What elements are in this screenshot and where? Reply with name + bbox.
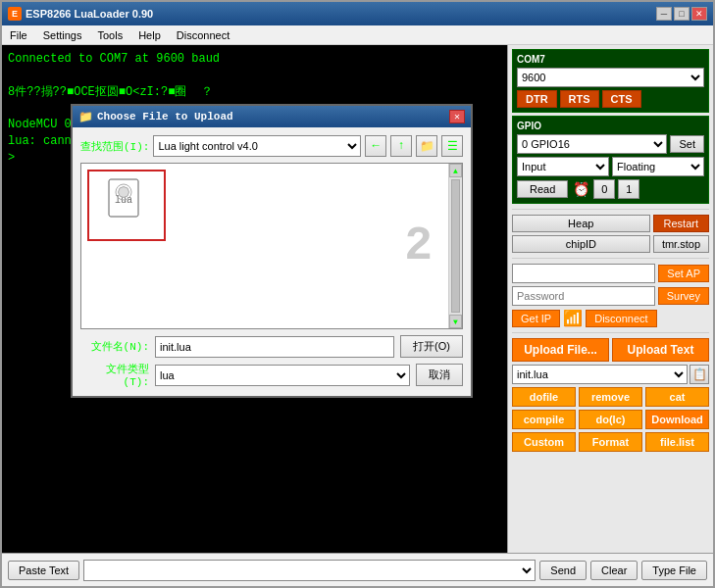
filelist-button[interactable]: file.list	[645, 432, 709, 452]
scroll-down-button[interactable]: ▼	[449, 315, 462, 328]
gpio-read-button[interactable]: Read	[517, 180, 568, 198]
file-icon: lua	[103, 175, 150, 222]
cts-button[interactable]: CTS	[602, 90, 641, 108]
menu-disconnect[interactable]: Disconnect	[173, 28, 233, 42]
up-folder-button[interactable]: ↑	[390, 135, 412, 157]
view-button[interactable]: ☰	[441, 135, 463, 157]
dialog-overlay: 📁 Choose File to Upload ✕ 查找范围(I): Lua l…	[2, 45, 507, 553]
file-selector-row: init.lua 📋	[512, 365, 709, 384]
dialog-title-bar: 📁 Choose File to Upload ✕	[73, 106, 471, 127]
getip-button[interactable]: Get IP	[512, 310, 560, 327]
tmrstop-button[interactable]: tmr.stop	[653, 235, 709, 253]
clear-button[interactable]: Clear	[590, 561, 638, 580]
com-label: COM7	[517, 54, 545, 65]
lua-file-select[interactable]: init.lua	[512, 365, 688, 384]
baud-select[interactable]: 9600	[517, 68, 704, 87]
terminal-area[interactable]: Connected to COM7 at 9600 baud 8件??搨??■O…	[2, 45, 507, 553]
file-browser-area[interactable]: lua init.lua 2 ▲	[80, 163, 463, 329]
back-button[interactable]: ←	[365, 135, 386, 157]
divider-3	[512, 332, 709, 333]
upload-text-button[interactable]: Upload Text	[612, 338, 709, 362]
menu-tools[interactable]: Tools	[93, 28, 127, 42]
gpio-read-row: Read ⏰ 0 1	[517, 179, 704, 199]
dialog-fields: 文件名(N): 打开(O) 文件类型(T): lua 取消	[80, 335, 463, 388]
remove-button[interactable]: remove	[579, 387, 642, 407]
file-list: lua init.lua	[81, 164, 448, 328]
main-content: Connected to COM7 at 9600 baud 8件??搨??■O…	[2, 45, 713, 553]
gpio-0-button[interactable]: 0	[593, 179, 615, 199]
password-row: Survey	[512, 286, 709, 306]
file-count-badge: 2	[404, 220, 433, 272]
title-controls: ─ □ ✕	[656, 7, 707, 21]
survey-button[interactable]: Survey	[658, 287, 709, 305]
location-select[interactable]: Lua light control v4.0	[153, 135, 361, 157]
filetype-select[interactable]: lua	[155, 365, 410, 386]
file-icon-button[interactable]: 📋	[689, 365, 709, 384]
send-button[interactable]: Send	[539, 561, 587, 580]
file-item-init-lua[interactable]: lua init.lua	[87, 170, 166, 241]
wifi-disconnect-button[interactable]: Disconnect	[586, 310, 656, 327]
create-folder-button[interactable]: 📁	[416, 135, 437, 157]
scroll-up-button[interactable]: ▲	[449, 164, 462, 177]
paste-input[interactable]	[83, 560, 536, 581]
gpio-section: GPIO 0 GPIO16 Set Input Floating	[512, 116, 709, 204]
paste-text-button[interactable]: Paste Text	[8, 561, 79, 580]
scroll-thumb[interactable]	[451, 179, 460, 313]
gpio-1-button[interactable]: 1	[618, 179, 639, 199]
setap-button[interactable]: Set AP	[658, 265, 709, 282]
title-bar: E ESP8266 LuaLoader 0.90 ─ □ ✕	[2, 2, 713, 25]
ap-row: Set AP	[512, 264, 709, 283]
gpio-pin-select[interactable]: 0 GPIO16	[517, 134, 667, 154]
com-row: COM7	[517, 54, 704, 65]
gpio-float-select[interactable]: Floating	[612, 157, 704, 176]
open-button[interactable]: 打开(O)	[400, 335, 463, 358]
action-row-3: Custom Format file.list	[512, 432, 709, 452]
compile-button[interactable]: compile	[512, 410, 576, 429]
restart-button[interactable]: Restart	[653, 215, 709, 232]
dialog-toolbar: 查找范围(I): Lua light control v4.0 ← ↑ 📁 ☰	[80, 135, 463, 157]
type-file-button[interactable]: Type File	[641, 561, 707, 580]
chipid-button[interactable]: chipID	[512, 235, 650, 253]
window-title: ESP8266 LuaLoader 0.90	[26, 8, 153, 20]
download-button[interactable]: Download	[645, 410, 709, 429]
menu-bar: File Settings Tools Help Disconnect	[2, 25, 713, 45]
ap-input[interactable]	[512, 264, 655, 283]
wifi-icon: 📶	[563, 309, 583, 327]
filename-input[interactable]	[155, 336, 394, 358]
minimize-button[interactable]: ─	[656, 7, 672, 21]
menu-file[interactable]: File	[6, 28, 31, 42]
heap-restart-row: Heap Restart	[512, 215, 709, 232]
scrollbar[interactable]: ▲ ▼	[448, 164, 462, 328]
password-input[interactable]	[512, 286, 655, 306]
dialog-close-button[interactable]: ✕	[449, 110, 465, 123]
heap-button[interactable]: Heap	[512, 215, 650, 232]
cat-button[interactable]: cat	[645, 387, 709, 407]
title-bar-left: E ESP8266 LuaLoader 0.90	[8, 7, 153, 21]
menu-settings[interactable]: Settings	[39, 28, 86, 42]
gpio-mode-select[interactable]: Input	[517, 157, 609, 176]
close-button[interactable]: ✕	[691, 7, 707, 21]
gpio-mode-row: Input Floating	[517, 157, 704, 176]
divider-2	[512, 258, 709, 259]
action-row-2: compile do(lc) Download	[512, 410, 709, 429]
filetype-label: 文件类型(T):	[80, 362, 149, 388]
dolc-button[interactable]: do(lc)	[579, 410, 642, 429]
com-section: COM7 9600 DTR RTS CTS	[512, 49, 709, 113]
cancel-button[interactable]: 取消	[416, 364, 463, 386]
baud-row: 9600	[517, 68, 704, 87]
bottom-bar: Paste Text Send Clear Type File	[2, 553, 713, 586]
dofile-button[interactable]: dofile	[512, 387, 576, 407]
dtr-button[interactable]: DTR	[517, 90, 557, 108]
custom-button[interactable]: Custom	[512, 432, 576, 452]
format-button[interactable]: Format	[579, 432, 642, 452]
menu-help[interactable]: Help	[134, 28, 165, 42]
filename-label: 文件名(N):	[80, 339, 149, 354]
location-label: 查找范围(I):	[80, 139, 149, 154]
rts-button[interactable]: RTS	[560, 90, 599, 108]
filename-row: 文件名(N): 打开(O)	[80, 335, 463, 358]
gpio-set-button[interactable]: Set	[670, 135, 704, 153]
main-window: E ESP8266 LuaLoader 0.90 ─ □ ✕ File Sett…	[0, 0, 715, 588]
upload-file-button[interactable]: Upload File...	[512, 338, 609, 362]
getip-row: Get IP 📶 Disconnect	[512, 309, 709, 327]
maximize-button[interactable]: □	[674, 7, 689, 21]
